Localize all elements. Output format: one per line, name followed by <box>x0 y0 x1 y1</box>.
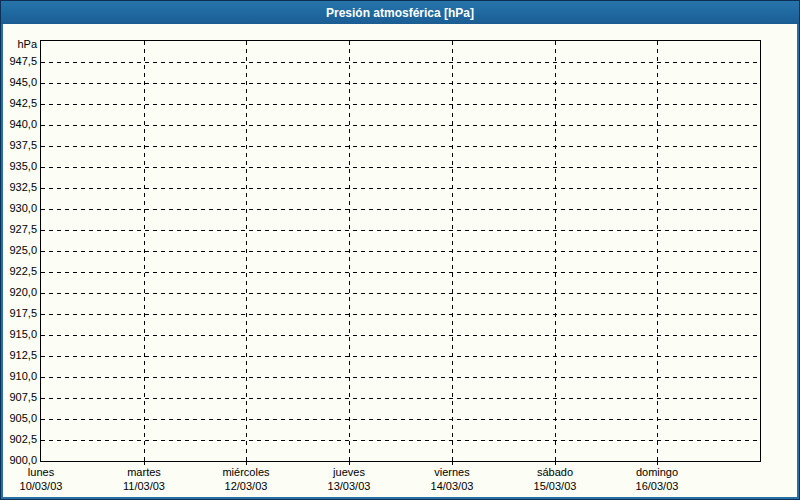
y-axis-tick-label: 922,5 <box>0 265 37 278</box>
y-axis-tick-label: 907,5 <box>0 391 37 404</box>
x-axis-tick <box>246 461 247 465</box>
y-axis-tick-label: 925,0 <box>0 244 37 257</box>
y-gridline <box>41 125 760 126</box>
chart-axes-layer: 947,5945,0942,5940,0937,5935,0932,5930,0… <box>0 0 800 500</box>
y-axis-tick-label: 932,5 <box>0 181 37 194</box>
x-gridline <box>349 41 350 461</box>
day-name-label: sábado <box>503 466 607 479</box>
day-date-label: 12/03/03 <box>194 480 298 493</box>
y-axis-tick-label: 912,5 <box>0 349 37 362</box>
x-gridline <box>144 41 145 461</box>
x-axis-tick <box>144 461 145 465</box>
x-gridline <box>246 41 247 461</box>
y-axis-tick-label: 947,5 <box>0 55 37 68</box>
y-gridline <box>41 146 760 147</box>
day-name-label: viernes <box>400 466 504 479</box>
y-gridline <box>41 209 760 210</box>
y-gridline <box>41 398 760 399</box>
y-gridline <box>41 251 760 252</box>
y-axis-tick-label: 902,5 <box>0 433 37 446</box>
y-gridline <box>41 419 760 420</box>
y-axis-unit-label: hPa <box>0 38 37 51</box>
day-date-label: 15/03/03 <box>503 480 607 493</box>
y-gridline <box>41 83 760 84</box>
y-gridline <box>41 62 760 63</box>
x-axis-tick <box>349 461 350 465</box>
day-date-label: 13/03/03 <box>297 480 401 493</box>
day-name-label: miércoles <box>194 466 298 479</box>
x-axis-tick <box>555 461 556 465</box>
y-axis-tick-label: 930,0 <box>0 202 37 215</box>
y-axis-tick-label: 945,0 <box>0 76 37 89</box>
y-axis-tick-label: 915,0 <box>0 328 37 341</box>
day-date-label: 16/03/03 <box>605 480 709 493</box>
y-gridline <box>41 440 760 441</box>
y-axis-tick-label: 905,0 <box>0 412 37 425</box>
y-gridline <box>41 356 760 357</box>
y-axis-tick-label: 910,0 <box>0 370 37 383</box>
y-gridline <box>41 293 760 294</box>
y-axis-tick-label: 940,0 <box>0 118 37 131</box>
day-date-label: 11/03/03 <box>92 480 196 493</box>
y-axis-tick-label: 937,5 <box>0 139 37 152</box>
y-gridline <box>41 104 760 105</box>
day-name-label: martes <box>92 466 196 479</box>
y-gridline <box>41 167 760 168</box>
x-gridline <box>452 41 453 461</box>
y-gridline <box>41 335 760 336</box>
day-name-label: lunes <box>0 466 93 479</box>
y-axis-tick-label: 942,5 <box>0 97 37 110</box>
y-gridline <box>41 377 760 378</box>
day-date-label: 10/03/03 <box>0 480 93 493</box>
x-gridline <box>657 41 658 461</box>
y-axis-tick-label: 920,0 <box>0 286 37 299</box>
y-gridline <box>41 272 760 273</box>
x-axis-tick <box>452 461 453 465</box>
chart-window: Presión atmosférica [hPa] 947,5945,0942,… <box>0 0 800 500</box>
x-axis-tick <box>657 461 658 465</box>
y-gridline <box>41 230 760 231</box>
y-gridline <box>41 188 760 189</box>
day-name-label: jueves <box>297 466 401 479</box>
y-axis-tick-label: 917,5 <box>0 307 37 320</box>
day-name-label: domingo <box>605 466 709 479</box>
day-date-label: 14/03/03 <box>400 480 504 493</box>
x-gridline <box>555 41 556 461</box>
y-gridline <box>41 314 760 315</box>
y-axis-tick-label: 927,5 <box>0 223 37 236</box>
y-axis-tick-label: 935,0 <box>0 160 37 173</box>
